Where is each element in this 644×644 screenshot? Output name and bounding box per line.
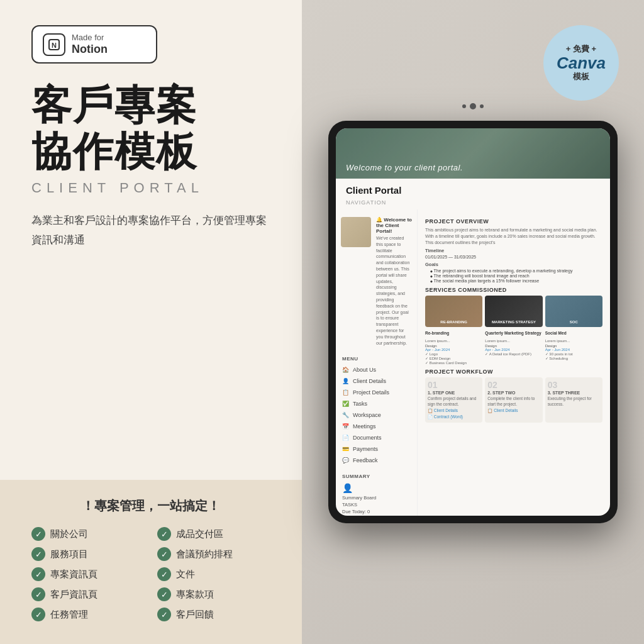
- nav-meetings-label: Meetings: [353, 423, 376, 430]
- checkmark-icon-10: ✓: [157, 608, 171, 621]
- checkmark-icon-6: ✓: [157, 567, 171, 581]
- nav-payments[interactable]: 💳 Payments: [336, 443, 417, 455]
- project-overview: PROJECT OVERVIEW This ambitious project …: [425, 218, 602, 283]
- main-title-en: CLIENT PORTAL: [31, 180, 270, 196]
- service-card-rebranding-label: RE-BRANDING: [428, 320, 480, 325]
- menu-label: MENU: [336, 351, 417, 364]
- made-for-label: Made for: [72, 33, 108, 43]
- nav-payments-label: Payments: [353, 446, 378, 452]
- workflow-step-2: 02 2. STEP TWO Complete the client info …: [485, 377, 542, 423]
- nav-project-label: Project Details: [353, 389, 389, 396]
- summary-label: SUMMARY: [336, 471, 417, 482]
- goals-label: Goals: [425, 262, 602, 267]
- service-card-social: SOC: [545, 296, 602, 327]
- nav-about-us[interactable]: 🏠 About Us: [336, 364, 417, 375]
- feature-item-3: ✓ 服務項目: [31, 547, 145, 561]
- feature-label-9: 任務管理: [50, 609, 88, 621]
- step-label-2: 2. STEP TWO: [487, 391, 540, 395]
- workflow-title: PROJECT WORKFLOW: [425, 369, 602, 375]
- bottom-headline: ！專案管理，一站搞定！: [31, 497, 270, 514]
- nav-tasks-label: Tasks: [353, 401, 367, 407]
- nav-tasks[interactable]: ✅ Tasks: [336, 398, 417, 409]
- feature-item-8: ✓ 專案款項: [157, 587, 270, 601]
- tasks-icon: ✅: [342, 401, 350, 407]
- step-number-1: 01: [428, 380, 480, 389]
- step-label-1: 1. STEP ONE: [428, 391, 480, 395]
- nav-client-label: Client Details: [353, 378, 386, 384]
- nav-documents[interactable]: 📄 Documents: [336, 432, 417, 443]
- workflow-section: PROJECT WORKFLOW 01 1. STEP ONE Confirm …: [425, 369, 602, 423]
- project-overview-title: PROJECT OVERVIEW: [425, 218, 602, 225]
- feature-item-7: ✓ 客戶資訊頁: [31, 587, 145, 601]
- workflow-step-3: 03 3. STEP THREE Executing the project f…: [545, 377, 602, 423]
- nav-workspace[interactable]: 🔧 Workspace: [336, 409, 417, 421]
- checkmark-icon-7: ✓: [31, 587, 45, 601]
- canva-logo: Canva: [557, 55, 606, 71]
- intro-text-block: 🔔 Welcome to the Client Portal! We've cr…: [376, 217, 412, 346]
- checkmark-icon-9: ✓: [31, 608, 45, 621]
- right-panel: + 免費 + Canva 模板 Welcome to your client p…: [302, 0, 644, 644]
- bottom-section: ！專案管理，一站搞定！ ✓ 關於公司 ✓ 成品交付區 ✓ 服務項目 ✓ 會議預約…: [0, 480, 302, 644]
- client-icon: 👤: [342, 378, 350, 384]
- summary-board-label: Summary Board: [336, 494, 417, 501]
- step-number-2: 02: [487, 380, 540, 389]
- feature-item-9: ✓ 任務管理: [31, 608, 145, 621]
- nav-meetings[interactable]: 📅 Meetings: [336, 421, 417, 432]
- feature-label-10: 客戶回饋: [176, 609, 214, 621]
- camera-dot-1: [462, 104, 466, 108]
- services-title: SERVICES COMMISSIONED: [425, 287, 602, 293]
- notion-main-content: PROJECT OVERVIEW This ambitious project …: [418, 209, 610, 516]
- feature-item-10: ✓ 客戶回饋: [157, 608, 270, 621]
- service-card-marketing: MARKETING STRATEGY: [485, 296, 542, 327]
- feature-label-2: 成品交付區: [176, 528, 223, 540]
- feature-label-7: 客戶資訊頁: [50, 589, 97, 601]
- goal-item-3: The social media plan targets a 15% foll…: [425, 279, 602, 283]
- service-card-rebranding: RE-BRANDING: [425, 296, 482, 327]
- checkmark-icon-1: ✓: [31, 527, 45, 541]
- step-text-3: Executing the project for success.: [548, 396, 600, 407]
- nav-feedback[interactable]: 💬 Feedback: [336, 455, 417, 466]
- left-panel: N Made for Notion 客戶專案 協作模板 CLIENT PORTA…: [0, 0, 302, 644]
- nav-project-details[interactable]: 📋 Project Details: [336, 387, 417, 398]
- checkmark-icon-2: ✓: [157, 527, 171, 541]
- feature-item-6: ✓ 文件: [157, 567, 270, 581]
- notion-text: Made for Notion: [72, 33, 108, 56]
- main-title-zh: 客戶專案 協作模板: [31, 82, 270, 175]
- feedback-icon: 💬: [342, 457, 350, 464]
- feature-item-1: ✓ 關於公司: [31, 527, 145, 541]
- feature-label-6: 文件: [176, 569, 195, 580]
- due-today: Due Today: 0: [336, 508, 417, 515]
- home-icon: 🏠: [342, 367, 350, 373]
- feature-label-5: 專案資訊頁: [50, 569, 97, 580]
- meetings-icon: 📅: [342, 423, 350, 430]
- svg-text:N: N: [52, 42, 57, 49]
- nav-client-details[interactable]: 👤 Client Details: [336, 375, 417, 387]
- timeline-label: Timeline: [425, 248, 602, 253]
- step-link-1b[interactable]: 📄 Contract (Word): [428, 414, 480, 419]
- payments-icon: 💳: [342, 446, 350, 452]
- notion-nav-label: NAVIGATION: [336, 198, 610, 209]
- intro-text: We've created this space to facilitate c…: [376, 235, 412, 346]
- feature-item-5: ✓ 專案資訊頁: [31, 567, 145, 581]
- features-grid: ✓ 關於公司 ✓ 成品交付區 ✓ 服務項目 ✓ 會議預約排程 ✓ 專案資訊頁: [31, 527, 270, 621]
- camera-dots: [462, 103, 484, 109]
- page-wrapper: N Made for Notion 客戶專案 協作模板 CLIENT PORTA…: [0, 0, 644, 644]
- checkmark-icon-3: ✓: [31, 547, 45, 561]
- canva-template-text: 模板: [573, 71, 589, 82]
- step-label-3: 3. STEP THREE: [548, 391, 600, 395]
- screen-header-image: Welcome to your client portal.: [336, 128, 610, 179]
- nav-feedback-label: Feedback: [353, 457, 378, 464]
- workspace-icon: 🔧: [342, 412, 350, 418]
- summary-section: SUMMARY 👤 Summary Board TASKS Due Today:…: [336, 471, 417, 516]
- step-text-1: Confirm project details and sign the con…: [428, 396, 480, 407]
- step-link-2[interactable]: 📋 Client Details: [487, 408, 540, 413]
- notion-body: 🔔 Welcome to the Client Portal! We've cr…: [336, 209, 610, 516]
- checkmark-icon-4: ✓: [157, 547, 171, 561]
- step-number-3: 03: [548, 380, 600, 389]
- notion-page-title: Client Portal: [336, 179, 610, 198]
- feature-label-3: 服務項目: [50, 548, 88, 560]
- notion-badge: N Made for Notion: [31, 25, 157, 64]
- workflow-step-1: 01 1. STEP ONE Confirm project details a…: [425, 377, 482, 423]
- intro-greeting: 🔔 Welcome to the Client Portal!: [376, 217, 412, 234]
- step-link-1[interactable]: 📋 Client Details: [428, 408, 480, 413]
